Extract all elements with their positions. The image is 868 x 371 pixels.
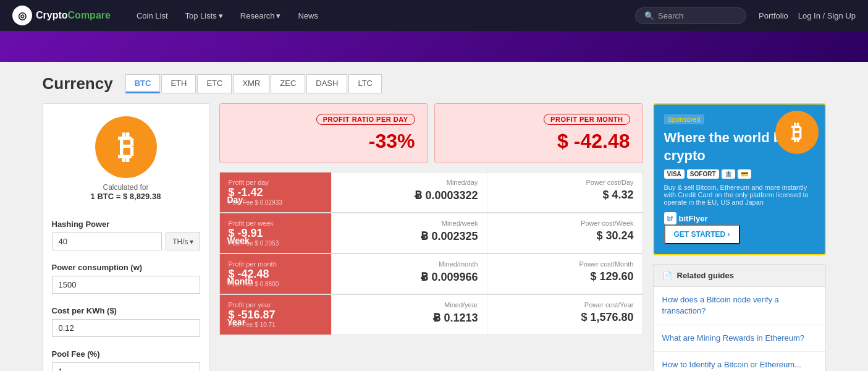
pool-fee-label: Pool Fee (%) [52,349,200,359]
period-name: Year [227,317,246,327]
card-icon: 💳 [738,169,751,179]
ad-box: Sponsored Where the world buys crypto VI… [653,103,826,255]
profit-month-box: PROFIT PER MONTH $ -42.48 [434,103,643,163]
guide-item[interactable]: How does a Bitcoin node verify a transac… [654,287,825,325]
power-cost-value: $ 129.60 [496,270,634,283]
hashing-power-label: Hashing Power [52,220,200,229]
visa-icon: VISA [664,169,685,179]
profit-label: Profit per week [229,220,322,227]
power-cost-cell: Power cost/Month $ 129.60 [487,254,643,294]
nav-news[interactable]: News [290,7,326,24]
cost-per-kwh-group: Cost per KWh ($) [43,300,209,343]
ad-description: Buy & sell Bitcoin, Ethereum and more in… [664,184,815,206]
period-name: Day [227,195,243,205]
logo-icon: ◎ [12,6,32,25]
period-cell: Profit per year $ -516.87 Pool Fee $ 10.… [220,295,331,335]
ad-logo: bf bitFlyer [664,212,815,224]
hashing-unit-selector[interactable]: TH/s ▾ [166,232,200,250]
nav-right: Portfolio Log In / Sign Up [759,11,856,20]
power-cost-value: $ 4.32 [496,189,634,202]
table-row: Profit per day $ -1.42 Pool Fee $ 0.0293… [219,172,643,213]
tab-ltc[interactable]: LTC [348,74,382,93]
tab-btc[interactable]: BTC [125,74,161,93]
tab-zec[interactable]: ZEC [271,74,305,93]
left-panel: ₿ Calculated for 1 BTC = $ 8,829.38 Hash… [43,103,209,371]
profit-ratio-value: -33% [232,130,415,153]
guide-item[interactable]: How to Identify a Bitcoin or Ethereum... [654,352,825,371]
chevron-down-icon: ▾ [276,11,280,20]
mined-label: Mined/week [340,220,478,227]
cost-per-kwh-label: Cost per KWh ($) [52,306,200,315]
guides-items: How does a Bitcoin node verify a transac… [654,287,825,371]
content: Currency BTC ETH ETC XMR ZEC DASH LTC ₿ … [33,62,836,371]
power-cost-cell: Power cost/Day $ 4.32 [487,173,643,212]
search-bar[interactable]: 🔍 Search [635,7,746,24]
page-title: Currency [43,74,113,93]
btc-icon: ₿ [95,116,157,178]
auth-link[interactable]: Log In / Sign Up [798,11,856,20]
nav-research[interactable]: Research ▾ [233,7,289,24]
mined-cell: Mined/day Ƀ 0.0003322 [331,173,487,212]
power-cost-value: $ 30.24 [496,229,634,242]
right-panel: Sponsored Where the world buys crypto VI… [653,103,826,371]
nav-top-lists[interactable]: Top Lists ▾ [178,7,230,24]
calc-label: Calculated for [103,183,148,192]
unit-label: TH/s [172,237,188,246]
tab-eth[interactable]: ETH [161,74,196,93]
sofort-icon: SOFORT [687,169,719,179]
currency-tabs: BTC ETH ETC XMR ZEC DASH LTC [125,74,382,93]
document-icon: 📄 [662,271,672,280]
logo-text: CryptoCompare [36,10,111,21]
navbar: ◎ CryptoCompare Coin List Top Lists ▾ Re… [0,0,868,31]
power-consumption-group: Power consumption (w) [43,257,209,300]
portfolio-link[interactable]: Portfolio [759,11,788,20]
logo[interactable]: ◎ CryptoCompare [12,6,111,25]
profit-label: Profit per month [229,260,322,268]
ad-payment-icons: VISA SOFORT 🏦 💳 [664,169,815,179]
profit-ratio-label: PROFIT RATIO PER DAY [316,114,415,125]
tab-xmr[interactable]: XMR [233,74,269,93]
mined-cell: Mined/week Ƀ 0.002325 [331,213,487,253]
mined-label: Mined/day [340,179,478,186]
mined-cell: Mined/year Ƀ 0.1213 [331,295,487,335]
guides-header: 📄 Related guides [654,265,825,287]
tab-etc[interactable]: ETC [197,74,232,93]
ad-cta-button[interactable]: GET STARTED › [664,224,740,244]
ad-btc-circle: ₿ [775,111,819,154]
table-row: Profit per week $ -9.91 Pool Fee $ 0.205… [219,213,643,254]
center-panel: PROFIT RATIO PER DAY -33% PROFIT PER MON… [219,103,643,371]
guide-item[interactable]: What are Mining Rewards in Ethereum? [654,325,825,352]
guides-box: 📄 Related guides How does a Bitcoin node… [653,264,826,371]
table-row: Profit per year $ -516.87 Pool Fee $ 10.… [219,294,643,335]
period-cell: Profit per day $ -1.42 Pool Fee $ 0.0293… [220,173,331,212]
bitflyer-logo-icon: bf [664,212,676,224]
mined-label: Mined/year [340,301,478,309]
mined-value: Ƀ 0.1213 [340,311,478,325]
profit-month-value: $ -42.48 [447,130,630,153]
profit-label: Profit per day [229,179,322,186]
nav-links: Coin List Top Lists ▾ Research ▾ News [129,7,629,24]
power-consumption-input[interactable] [52,276,200,294]
chevron-down-icon: ▾ [190,237,193,246]
main-grid: ₿ Calculated for 1 BTC = $ 8,829.38 Hash… [43,103,826,371]
profit-label: Profit per year [229,301,322,309]
power-cost-label: Power cost/Day [496,179,634,186]
hashing-power-input[interactable] [52,232,162,250]
period-name: Week [227,236,250,245]
power-cost-label: Power cost/Month [496,260,634,268]
power-cost-label: Power cost/Year [496,301,634,309]
search-placeholder: Search [658,11,683,20]
tab-dash[interactable]: DASH [306,74,347,93]
power-consumption-label: Power consumption (w) [52,263,200,272]
data-rows: Profit per day $ -1.42 Pool Fee $ 0.0293… [219,172,643,335]
power-cost-cell: Power cost/Week $ 30.24 [487,213,643,253]
profit-month-label: PROFIT PER MONTH [544,114,630,125]
bitflyer-logo-text: bitFlyer [679,214,708,223]
nav-coin-list[interactable]: Coin List [129,7,175,24]
period-cell: Profit per week $ -9.91 Pool Fee $ 0.205… [220,213,331,253]
cost-per-kwh-input[interactable] [52,319,200,337]
table-row: Profit per month $ -42.48 Pool Fee $ 0.8… [219,254,643,294]
pool-fee-input[interactable] [52,362,200,371]
bank-icon: 🏦 [722,169,735,179]
mined-value: Ƀ 0.0003322 [340,189,478,202]
